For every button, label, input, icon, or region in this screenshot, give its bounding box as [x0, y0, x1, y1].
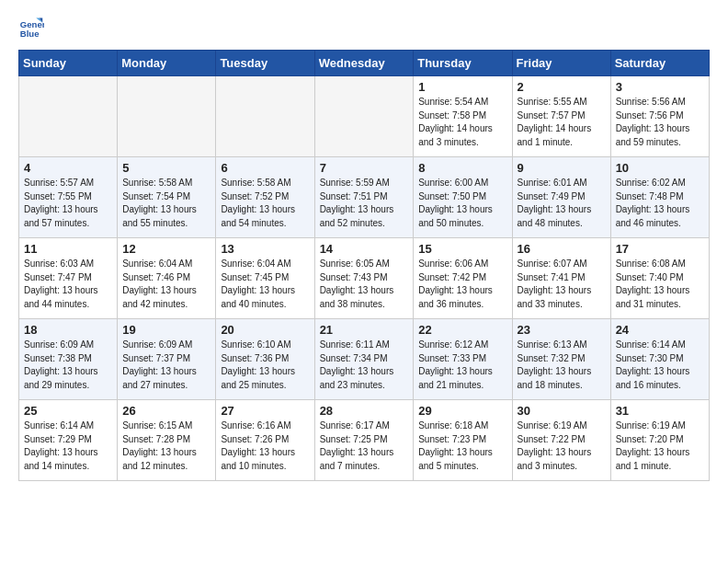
header-friday: Friday [512, 51, 610, 76]
calendar-cell [19, 76, 118, 157]
day-info: Sunrise: 5:55 AMSunset: 7:57 PMDaylight:… [518, 96, 606, 149]
day-number: 1 [418, 80, 506, 94]
calendar-cell [216, 76, 314, 157]
day-info: Sunrise: 6:14 AMSunset: 7:29 PMDaylight:… [24, 419, 112, 473]
page-header: General Blue [18, 15, 710, 40]
day-info: Sunrise: 5:59 AMSunset: 7:51 PMDaylight:… [320, 177, 409, 230]
day-number: 14 [320, 242, 409, 256]
header-tuesday: Tuesday [216, 51, 314, 76]
day-number: 23 [518, 323, 606, 337]
day-info: Sunrise: 6:00 AMSunset: 7:50 PMDaylight:… [418, 177, 506, 230]
day-number: 27 [221, 404, 309, 418]
day-info: Sunrise: 5:58 AMSunset: 7:52 PMDaylight:… [221, 177, 309, 230]
day-info: Sunrise: 6:19 AMSunset: 7:22 PMDaylight:… [518, 419, 606, 473]
calendar-cell: 11Sunrise: 6:03 AMSunset: 7:47 PMDayligh… [19, 238, 118, 319]
day-info: Sunrise: 6:08 AMSunset: 7:40 PMDaylight:… [616, 258, 704, 311]
calendar-week-4: 25Sunrise: 6:14 AMSunset: 7:29 PMDayligh… [19, 400, 710, 481]
day-number: 5 [122, 161, 210, 175]
calendar-cell: 24Sunrise: 6:14 AMSunset: 7:30 PMDayligh… [610, 319, 709, 400]
calendar-week-2: 11Sunrise: 6:03 AMSunset: 7:47 PMDayligh… [19, 238, 710, 319]
day-number: 2 [518, 80, 606, 94]
header-thursday: Thursday [414, 51, 512, 76]
day-number: 15 [418, 242, 506, 256]
day-info: Sunrise: 6:01 AMSunset: 7:49 PMDaylight:… [518, 177, 606, 230]
day-info: Sunrise: 6:05 AMSunset: 7:43 PMDaylight:… [320, 258, 409, 311]
header-wednesday: Wednesday [314, 51, 414, 76]
day-number: 30 [518, 404, 606, 418]
calendar-cell: 2Sunrise: 5:55 AMSunset: 7:57 PMDaylight… [512, 76, 610, 157]
calendar-cell: 7Sunrise: 5:59 AMSunset: 7:51 PMDaylight… [314, 157, 414, 238]
day-info: Sunrise: 5:56 AMSunset: 7:56 PMDaylight:… [616, 96, 704, 149]
calendar-week-1: 4Sunrise: 5:57 AMSunset: 7:55 PMDaylight… [19, 157, 710, 238]
calendar-week-3: 18Sunrise: 6:09 AMSunset: 7:38 PMDayligh… [19, 319, 710, 400]
calendar-cell: 4Sunrise: 5:57 AMSunset: 7:55 PMDaylight… [19, 157, 118, 238]
calendar-cell: 12Sunrise: 6:04 AMSunset: 7:46 PMDayligh… [118, 238, 216, 319]
day-number: 9 [518, 161, 606, 175]
calendar-cell: 28Sunrise: 6:17 AMSunset: 7:25 PMDayligh… [314, 400, 414, 481]
calendar-cell: 8Sunrise: 6:00 AMSunset: 7:50 PMDaylight… [414, 157, 512, 238]
calendar-week-0: 1Sunrise: 5:54 AMSunset: 7:58 PMDaylight… [19, 76, 710, 157]
day-number: 4 [24, 161, 112, 175]
day-info: Sunrise: 6:09 AMSunset: 7:38 PMDaylight:… [24, 339, 112, 392]
calendar-header-row: SundayMondayTuesdayWednesdayThursdayFrid… [19, 51, 710, 76]
day-number: 7 [320, 161, 409, 175]
calendar-cell: 23Sunrise: 6:13 AMSunset: 7:32 PMDayligh… [512, 319, 610, 400]
calendar-cell: 14Sunrise: 6:05 AMSunset: 7:43 PMDayligh… [314, 238, 414, 319]
day-number: 19 [122, 323, 210, 337]
day-info: Sunrise: 6:17 AMSunset: 7:25 PMDaylight:… [320, 419, 409, 473]
day-number: 6 [221, 161, 309, 175]
header-saturday: Saturday [610, 51, 709, 76]
day-number: 31 [616, 404, 704, 418]
day-info: Sunrise: 5:57 AMSunset: 7:55 PMDaylight:… [24, 177, 112, 230]
calendar-cell: 6Sunrise: 5:58 AMSunset: 7:52 PMDaylight… [216, 157, 314, 238]
day-info: Sunrise: 6:02 AMSunset: 7:48 PMDaylight:… [616, 177, 704, 230]
calendar-cell: 29Sunrise: 6:18 AMSunset: 7:23 PMDayligh… [414, 400, 512, 481]
day-number: 3 [616, 80, 704, 94]
day-number: 11 [24, 242, 112, 256]
day-number: 28 [320, 404, 409, 418]
day-info: Sunrise: 6:14 AMSunset: 7:30 PMDaylight:… [616, 339, 704, 392]
day-number: 13 [221, 242, 309, 256]
calendar-cell: 10Sunrise: 6:02 AMSunset: 7:48 PMDayligh… [610, 157, 709, 238]
day-info: Sunrise: 5:54 AMSunset: 7:58 PMDaylight:… [418, 96, 506, 149]
day-number: 25 [24, 404, 112, 418]
calendar-cell [314, 76, 414, 157]
calendar-cell: 18Sunrise: 6:09 AMSunset: 7:38 PMDayligh… [19, 319, 118, 400]
calendar-cell: 27Sunrise: 6:16 AMSunset: 7:26 PMDayligh… [216, 400, 314, 481]
day-info: Sunrise: 6:04 AMSunset: 7:46 PMDaylight:… [122, 258, 210, 311]
calendar-cell: 17Sunrise: 6:08 AMSunset: 7:40 PMDayligh… [610, 238, 709, 319]
day-info: Sunrise: 6:11 AMSunset: 7:34 PMDaylight:… [320, 339, 409, 392]
day-number: 22 [418, 323, 506, 337]
day-number: 26 [122, 404, 210, 418]
header-sunday: Sunday [19, 51, 118, 76]
day-info: Sunrise: 6:10 AMSunset: 7:36 PMDaylight:… [221, 339, 309, 392]
day-info: Sunrise: 6:09 AMSunset: 7:37 PMDaylight:… [122, 339, 210, 392]
day-info: Sunrise: 6:13 AMSunset: 7:32 PMDaylight:… [518, 339, 606, 392]
day-info: Sunrise: 6:16 AMSunset: 7:26 PMDaylight:… [221, 419, 309, 473]
logo: General Blue [18, 15, 48, 40]
day-info: Sunrise: 6:15 AMSunset: 7:28 PMDaylight:… [122, 419, 210, 473]
day-number: 18 [24, 323, 112, 337]
calendar-cell: 21Sunrise: 6:11 AMSunset: 7:34 PMDayligh… [314, 319, 414, 400]
calendar-cell: 30Sunrise: 6:19 AMSunset: 7:22 PMDayligh… [512, 400, 610, 481]
calendar-cell [118, 76, 216, 157]
day-info: Sunrise: 5:58 AMSunset: 7:54 PMDaylight:… [122, 177, 210, 230]
calendar-cell: 15Sunrise: 6:06 AMSunset: 7:42 PMDayligh… [414, 238, 512, 319]
calendar-cell: 16Sunrise: 6:07 AMSunset: 7:41 PMDayligh… [512, 238, 610, 319]
day-info: Sunrise: 6:12 AMSunset: 7:33 PMDaylight:… [418, 339, 506, 392]
day-number: 12 [122, 242, 210, 256]
day-number: 10 [616, 161, 704, 175]
day-info: Sunrise: 6:03 AMSunset: 7:47 PMDaylight:… [24, 258, 112, 311]
svg-text:Blue: Blue [20, 29, 40, 39]
calendar-cell: 9Sunrise: 6:01 AMSunset: 7:49 PMDaylight… [512, 157, 610, 238]
day-number: 21 [320, 323, 409, 337]
calendar-cell: 1Sunrise: 5:54 AMSunset: 7:58 PMDaylight… [414, 76, 512, 157]
calendar-cell: 26Sunrise: 6:15 AMSunset: 7:28 PMDayligh… [118, 400, 216, 481]
calendar: SundayMondayTuesdayWednesdayThursdayFrid… [18, 50, 710, 481]
calendar-cell: 31Sunrise: 6:19 AMSunset: 7:20 PMDayligh… [610, 400, 709, 481]
day-number: 16 [518, 242, 606, 256]
day-number: 8 [418, 161, 506, 175]
day-info: Sunrise: 6:18 AMSunset: 7:23 PMDaylight:… [418, 419, 506, 473]
day-info: Sunrise: 6:06 AMSunset: 7:42 PMDaylight:… [418, 258, 506, 311]
day-number: 29 [418, 404, 506, 418]
